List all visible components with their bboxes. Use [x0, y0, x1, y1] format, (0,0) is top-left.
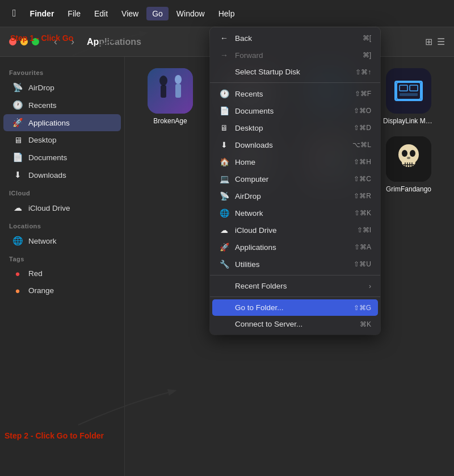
menu-item-recent-folders[interactable]: Recent Folders ›	[210, 278, 380, 294]
downloads-shortcut: ⌥⌘L	[352, 141, 371, 149]
sidebar-label-tag-red: Red	[28, 269, 43, 278]
recents-menu-label: Recents	[235, 90, 349, 98]
grimfandango-label: GrimFandango	[386, 185, 431, 193]
go-to-folder-label: Go to Folder...	[235, 303, 348, 312]
tag-orange-icon: ●	[12, 286, 23, 295]
menu-item-network[interactable]: 🌐 Network ⇧⌘K	[210, 204, 380, 222]
sidebar-label-icloud: iCloud Drive	[28, 204, 70, 212]
sidebar-label-downloads: Downloads	[28, 171, 66, 179]
documents-menu-icon: 📄	[219, 106, 229, 115]
back-shortcut: ⌘[	[363, 34, 371, 42]
app-grimfandango[interactable]: GrimFandango	[375, 136, 443, 193]
grimfandango-icon	[386, 136, 431, 182]
sidebar-item-network[interactable]: 🌐 Network	[3, 232, 121, 249]
downloads-menu-label: Downloads	[235, 141, 347, 149]
menu-item-computer[interactable]: 💻 Computer ⇧⌘C	[210, 170, 380, 187]
svg-point-22	[407, 157, 410, 159]
menu-item-forward[interactable]: → Forward ⌘]	[210, 47, 380, 64]
network-icon: 🌐	[12, 236, 23, 246]
sidebar-item-downloads[interactable]: ⬇ Downloads	[3, 166, 121, 183]
menu-item-desktop[interactable]: 🖥 Desktop ⇧⌘D	[210, 119, 380, 136]
sidebar-item-recents[interactable]: 🕐 Recents	[3, 97, 121, 114]
sidebar-label-network: Network	[28, 237, 57, 245]
svg-point-20	[402, 150, 407, 157]
back-label: Back	[235, 34, 357, 43]
app-displaylink[interactable]: DisplayLink Manager	[375, 68, 443, 125]
menu-item-home[interactable]: 🏠 Home ⇧⌘H	[210, 153, 380, 170]
applications-menu-label: Applications	[235, 243, 348, 252]
menu-item-startup-disk[interactable]: Select Startup Disk ⇧⌘↑	[210, 64, 380, 80]
recents-shortcut: ⇧⌘F	[355, 90, 371, 98]
utilities-menu-icon: 🔧	[219, 260, 229, 269]
sidebar-item-applications[interactable]: 🚀 Applications	[3, 114, 121, 131]
sidebar-item-desktop[interactable]: 🖥 Desktop	[3, 132, 121, 148]
menu-item-downloads[interactable]: ⬇ Downloads ⌥⌘L	[210, 136, 380, 153]
svg-rect-0	[148, 68, 193, 114]
forward-icon: →	[219, 51, 229, 60]
app-brokenage[interactable]: BrokenAge	[136, 68, 204, 125]
startup-shortcut: ⇧⌘↑	[355, 68, 371, 76]
nav-forward-button[interactable]: ›	[68, 34, 78, 50]
brokenage-icon	[148, 68, 193, 114]
connect-to-server-shortcut: ⌘K	[360, 320, 371, 328]
network-shortcut: ⇧⌘K	[354, 209, 371, 217]
file-menu[interactable]: File	[62, 7, 86, 20]
menu-item-back[interactable]: ← Back ⌘[	[210, 30, 380, 47]
svg-rect-10	[400, 93, 418, 96]
fullscreen-button[interactable]	[32, 38, 39, 45]
chevron-right-icon: ›	[369, 282, 371, 290]
home-shortcut: ⇧⌘H	[354, 158, 371, 166]
icloud-icon: ☁	[12, 203, 23, 213]
downloads-icon: ⬇	[12, 170, 23, 180]
finder-menu[interactable]: Finder	[24, 7, 60, 20]
sidebar-label-desktop: Desktop	[28, 136, 57, 144]
apple-menu[interactable]: 	[7, 5, 22, 22]
svg-rect-8	[400, 85, 407, 91]
menu-item-documents[interactable]: 📄 Documents ⇧⌘O	[210, 102, 380, 119]
displaylink-inner	[394, 81, 423, 101]
forward-label: Forward	[235, 51, 357, 60]
sidebar-item-icloud-drive[interactable]: ☁ iCloud Drive	[3, 199, 121, 216]
tag-red-icon: ●	[12, 269, 23, 278]
menu-item-utilities[interactable]: 🔧 Utilities ⇧⌘U	[210, 256, 380, 273]
separator-3	[210, 297, 380, 297]
sidebar-item-tag-red[interactable]: ● Red	[3, 265, 121, 282]
svg-point-1	[159, 76, 167, 86]
separator-2	[210, 275, 380, 275]
menu-item-airdrop[interactable]: 📡 AirDrop ⇧⌘R	[210, 187, 380, 204]
separator-1	[210, 82, 380, 83]
applications-icon: 🚀	[12, 118, 23, 128]
edit-menu[interactable]: Edit	[89, 7, 114, 20]
menu-item-recents[interactable]: 🕐 Recents ⇧⌘F	[210, 85, 380, 102]
sidebar-label-documents: Documents	[28, 153, 67, 162]
menu-item-applications[interactable]: 🚀 Applications ⇧⌘A	[210, 239, 380, 256]
documents-shortcut: ⇧⌘O	[354, 107, 371, 115]
grid-view-button[interactable]: ⊞	[425, 36, 432, 47]
desktop-menu-icon: 🖥	[219, 123, 229, 132]
sidebar-label-recents: Recents	[28, 101, 57, 110]
sidebar-item-airdrop[interactable]: 📡 AirDrop	[3, 79, 121, 96]
nav-back-button[interactable]: ‹	[51, 34, 61, 50]
menu-item-connect-to-server[interactable]: Connect to Server... ⌘K	[210, 316, 380, 332]
sidebar-item-tag-orange[interactable]: ● Orange	[3, 282, 121, 299]
sidebar-section-icloud: iCloud	[0, 184, 124, 199]
minimize-button[interactable]	[20, 38, 28, 45]
svg-point-3	[175, 75, 182, 84]
close-button[interactable]	[9, 38, 16, 45]
utilities-shortcut: ⇧⌘U	[354, 260, 371, 268]
menu-item-go-to-folder[interactable]: Go to Folder... ⇧⌘G	[212, 299, 378, 316]
help-menu[interactable]: Help	[213, 7, 241, 20]
menu-item-icloud-drive[interactable]: ☁ iCloud Drive ⇧⌘I	[210, 222, 380, 239]
view-menu[interactable]: View	[116, 7, 144, 20]
window-menu[interactable]: Window	[171, 7, 211, 20]
downloads-menu-icon: ⬇	[219, 140, 229, 149]
sidebar-label-airdrop: AirDrop	[28, 83, 54, 92]
desktop-icon: 🖥	[12, 135, 23, 145]
network-menu-label: Network	[235, 209, 348, 218]
go-menu[interactable]: Go	[146, 7, 169, 20]
home-menu-label: Home	[235, 158, 348, 166]
computer-shortcut: ⇧⌘C	[354, 175, 371, 183]
computer-menu-label: Computer	[235, 175, 348, 183]
sidebar-item-documents[interactable]: 📄 Documents	[3, 149, 121, 166]
list-view-button[interactable]: ☰	[437, 36, 445, 47]
